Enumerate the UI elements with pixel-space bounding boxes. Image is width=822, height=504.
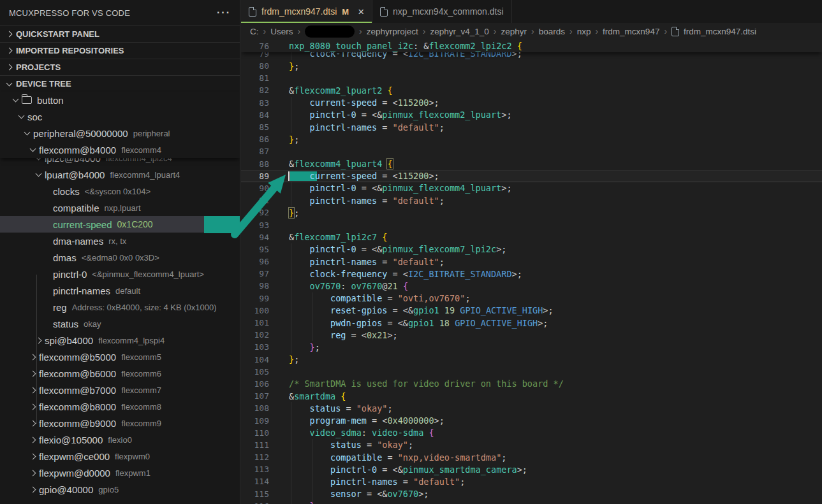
code-line-88[interactable]: 88&flexcomm4_lpuart4 { — [241, 158, 822, 170]
line-number[interactable]: 87 — [241, 147, 269, 156]
tree-item-peripheral-50000000[interactable]: peripheral@50000000peripheral — [0, 125, 240, 141]
line-number[interactable]: 108 — [241, 403, 269, 413]
tree-item-dmas[interactable]: dmas<&edma0 0x0 0x3D> — [0, 249, 240, 266]
chevron-right-icon[interactable] — [25, 454, 39, 459]
chevron-down-icon[interactable] — [31, 173, 45, 176]
breadcrumb-item[interactable]: zephyrproject — [367, 27, 418, 36]
chevron-down-icon[interactable] — [8, 99, 22, 101]
tab-nxp-mcxn94x-common-dtsi[interactable]: nxp_mcxn94x_common.dtsi — [372, 0, 512, 23]
tree-item-lpuart-b4000[interactable]: lpuart@b4000flexcomm4_lpuart4 — [0, 166, 240, 183]
code-line-104[interactable]: 104}; — [241, 354, 822, 366]
code-line-80[interactable]: 80}; — [241, 60, 822, 72]
chevron-down-icon[interactable] — [31, 158, 45, 159]
chevron-down-icon[interactable] — [19, 132, 33, 134]
line-number[interactable]: 86 — [241, 134, 269, 144]
code-line-87[interactable]: 87 — [241, 145, 822, 157]
breadcrumb-item[interactable]: zephyr_v4_1_0 — [430, 27, 489, 36]
code-line-99[interactable]: 99 compatible = "ovti,ov7670"; — [241, 292, 822, 305]
line-number[interactable]: 113 — [241, 464, 269, 474]
line-number[interactable]: 99 — [241, 294, 269, 303]
line-number[interactable]: 94 — [241, 233, 269, 242]
code-line-86[interactable]: 86}; — [241, 133, 822, 145]
line-number[interactable]: 104 — [241, 355, 269, 364]
code-line-89[interactable]: 89 current-speed = <115200>; — [241, 170, 822, 182]
breadcrumb-item[interactable]: boards — [539, 27, 565, 36]
breadcrumb-item[interactable]: zephyr — [501, 27, 527, 36]
breadcrumb-item[interactable]: Users — [270, 27, 293, 36]
line-number[interactable]: 93 — [241, 220, 269, 230]
line-number[interactable]: 110 — [241, 428, 269, 438]
tab-frdm-mcxn947-dtsi[interactable]: frdm_mcxn947.dtsi M × — [241, 0, 372, 23]
line-number[interactable]: 82 — [241, 85, 269, 95]
code-line-79[interactable]: 79 clock-frequency = <I2C_BITRATE_STANDA… — [241, 52, 822, 60]
close-icon[interactable]: × — [358, 6, 364, 17]
line-number[interactable]: 112 — [241, 452, 269, 462]
tree-item-soc[interactable]: soc — [0, 108, 240, 125]
sidebar-section-imported-repositories[interactable]: IMPORTED REPOSITORIES — [0, 42, 240, 59]
line-number[interactable]: 90 — [241, 184, 269, 193]
code-line-106[interactable]: 106/* SmartDMA is used for video driver … — [241, 378, 822, 390]
line-number[interactable]: 103 — [241, 342, 269, 352]
line-number[interactable]: 91 — [241, 196, 269, 205]
tree-item-flexio-105000[interactable]: flexio@105000flexio0 — [0, 431, 240, 448]
chevron-right-icon[interactable] — [25, 471, 39, 475]
code-line-101[interactable]: 101 pwdn-gpios = <&gpio1 18 GPIO_ACTIVE_… — [241, 317, 822, 329]
line-number[interactable]: 85 — [241, 122, 269, 132]
line-number[interactable]: 101 — [241, 318, 269, 328]
tree-item-flexpwm-ce000[interactable]: flexpwm@ce000flexpwm0 — [0, 448, 240, 464]
line-number[interactable]: 111 — [241, 440, 269, 450]
chevron-down-icon[interactable] — [25, 148, 39, 151]
sticky-scroll-line[interactable]: 76nxp_8080_touch_panel_i2c: &flexcomm2_l… — [241, 40, 822, 52]
tree-item-button[interactable]: button — [0, 92, 240, 108]
code-line-91[interactable]: 91 pinctrl-names = "default"; — [241, 194, 822, 206]
code-line-94[interactable]: 94&flexcomm7_lpi2c7 { — [241, 231, 822, 243]
line-number[interactable]: 105 — [241, 367, 269, 377]
line-number[interactable]: 84 — [241, 110, 269, 120]
code-line-110[interactable]: 110 video_sdma: video-sdma { — [241, 427, 822, 439]
code-line-116[interactable]: 116 }; — [241, 500, 822, 504]
chevron-right-icon[interactable] — [25, 487, 39, 492]
chevron-right-icon[interactable] — [31, 338, 45, 343]
tree-item-clocks[interactable]: clocks<&syscon 0x104> — [0, 183, 240, 199]
line-number[interactable]: 79 — [241, 52, 269, 59]
tree-item-compatible[interactable]: compatiblenxp,lpuart — [0, 199, 240, 216]
line-number[interactable]: 109 — [241, 416, 269, 426]
line-number[interactable]: 97 — [241, 269, 269, 278]
code-line-96[interactable]: 96 pinctrl-names = "default"; — [241, 256, 822, 268]
line-number[interactable]: 107 — [241, 391, 269, 401]
code-line-90[interactable]: 90 pinctrl-0 = <&pinmux_flexcomm4_lpuart… — [241, 182, 822, 194]
code-line-114[interactable]: 114 pinctrl-names = "default"; — [241, 475, 822, 487]
breadcrumb-item[interactable]: nxp — [577, 27, 591, 36]
line-number[interactable]: 98 — [241, 281, 269, 291]
line-number[interactable]: 88 — [241, 159, 269, 169]
code-line-115[interactable]: 115 sensor = <&ov7670>; — [241, 488, 822, 500]
code-line-85[interactable]: 85 pinctrl-names = "default"; — [241, 121, 822, 133]
code-line-103[interactable]: 103 }; — [241, 341, 822, 353]
code-line-76[interactable]: 76nxp_8080_touch_panel_i2c: &flexcomm2_l… — [241, 40, 822, 52]
line-number[interactable]: 81 — [241, 73, 269, 83]
code-line-102[interactable]: 102 reg = <0x21>; — [241, 329, 822, 341]
code-line-83[interactable]: 83 current-speed = <115200>; — [241, 97, 822, 109]
code-line-108[interactable]: 108 status = "okay"; — [241, 402, 822, 414]
breadcrumb-item[interactable]: frdm_mcxn947 — [603, 27, 659, 36]
chevron-down-icon[interactable] — [13, 115, 27, 118]
code-line-95[interactable]: 95 pinctrl-0 = <&pinmux_flexcomm7_lpi2c>… — [241, 243, 822, 256]
tree-item-gpio-40000[interactable]: gpio@40000gpio5 — [0, 481, 240, 498]
code-line-113[interactable]: 113 pinctrl-0 = <&pinmux_smartdma_camera… — [241, 463, 822, 475]
line-number[interactable]: 76 — [241, 41, 269, 51]
code-line-92[interactable]: 92}; — [241, 206, 822, 219]
more-actions-icon[interactable]: ··· — [217, 7, 231, 18]
sidebar-section-quickstart-panel[interactable]: QUICKSTART PANEL — [0, 25, 240, 42]
line-number[interactable]: 89 — [241, 171, 269, 181]
code-line-109[interactable]: 109 program-mem = <0x4000000>; — [241, 414, 822, 426]
line-number[interactable]: 95 — [241, 245, 269, 254]
code-line-105[interactable]: 105 — [241, 366, 822, 378]
tree-item-lpi2c-b4000[interactable]: lpi2c@b4000flexcomm4_lpi2c4 — [0, 158, 240, 166]
line-number[interactable]: 106 — [241, 379, 269, 389]
line-number[interactable]: 80 — [241, 61, 269, 71]
code-line-82[interactable]: 82&flexcomm2_lpuart2 { — [241, 84, 822, 96]
breadcrumb-redacted-item[interactable] — [305, 25, 355, 38]
code-line-93[interactable]: 93 — [241, 219, 822, 231]
line-number[interactable]: 115 — [241, 489, 269, 499]
code-line-98[interactable]: 98 ov7670: ov7670@21 { — [241, 280, 822, 292]
